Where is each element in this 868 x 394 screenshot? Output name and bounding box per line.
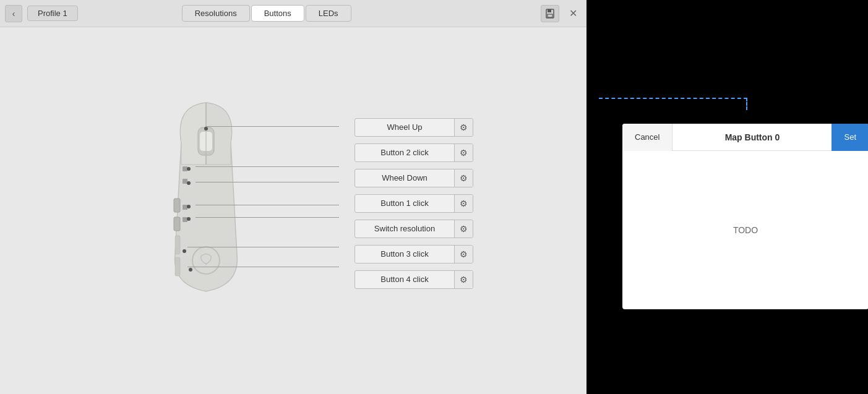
button-row-btn4: Button 4 click ⚙: [355, 268, 473, 291]
svg-rect-8: [175, 236, 180, 254]
titlebar: ‹ Profile 1 Resolutions Buttons LEDs ✕: [0, 0, 587, 27]
dialog-set-button[interactable]: Set: [831, 124, 868, 151]
button-label-btn2: Button 2 click: [355, 148, 454, 157]
dialog-todo-text: TODO: [733, 225, 758, 235]
dialog-header: Cancel Map Button 0 Set: [622, 124, 868, 151]
mouse-diagram: [113, 81, 342, 341]
button-action-btn2: Button 2 click ⚙: [355, 143, 473, 162]
connector-line-2: [196, 166, 339, 167]
dialog-cancel-button[interactable]: Cancel: [622, 124, 672, 151]
svg-rect-9: [175, 257, 180, 276]
dashed-line-horizontal: [599, 98, 747, 99]
tab-resolutions[interactable]: Resolutions: [182, 5, 250, 22]
svg-rect-13: [183, 217, 187, 222]
svg-point-20: [183, 249, 186, 253]
connector-line-4: [196, 205, 339, 205]
button-action-btn1: Button 1 click ⚙: [355, 194, 473, 213]
gear-button-switch-res[interactable]: ⚙: [454, 220, 473, 238]
connector-line-6: [187, 247, 339, 247]
tab-leds[interactable]: LEDs: [306, 5, 351, 22]
button-label-wheel-down: Wheel Down: [355, 173, 454, 182]
svg-rect-11: [183, 179, 187, 184]
svg-point-19: [187, 217, 191, 221]
app-window: ‹ Profile 1 Resolutions Buttons LEDs ✕: [0, 0, 587, 394]
button-list: Wheel Up ⚙ Button 2 click ⚙ Wheel Down ⚙: [355, 116, 473, 293]
button-action-wheel-up: Wheel Up ⚙: [355, 118, 473, 137]
gear-button-wheel-down[interactable]: ⚙: [454, 169, 473, 187]
svg-rect-2: [548, 14, 552, 17]
svg-rect-1: [548, 9, 551, 12]
button-label-switch-res: Switch resolution: [355, 224, 454, 233]
connector-line-7: [187, 267, 339, 267]
button-label-btn1: Button 1 click: [355, 199, 454, 208]
button-action-switch-res: Switch resolution ⚙: [355, 220, 473, 238]
tab-bar: Resolutions Buttons LEDs: [182, 5, 351, 22]
svg-point-15: [204, 127, 208, 131]
svg-point-21: [189, 268, 192, 272]
svg-rect-12: [183, 205, 187, 210]
button-row-btn3: Button 3 click ⚙: [355, 242, 473, 265]
connector-line-3: [196, 182, 339, 182]
tab-buttons[interactable]: Buttons: [251, 5, 304, 22]
svg-rect-7: [174, 217, 180, 231]
button-action-btn3: Button 3 click ⚙: [355, 245, 473, 263]
button-row-btn1: Button 1 click ⚙: [355, 192, 473, 215]
button-row-wheel-down: Wheel Down ⚙: [355, 166, 473, 189]
connector-line-5: [196, 217, 339, 218]
gear-button-btn4[interactable]: ⚙: [454, 270, 473, 289]
connector-line-1: [206, 126, 339, 127]
back-button[interactable]: ‹: [5, 5, 22, 22]
svg-point-17: [187, 181, 191, 185]
svg-rect-6: [174, 199, 180, 212]
gear-button-wheel-up[interactable]: ⚙: [454, 118, 473, 137]
button-label-wheel-up: Wheel Up: [355, 122, 454, 132]
svg-rect-10: [183, 166, 187, 171]
close-button[interactable]: ✕: [564, 5, 582, 22]
map-button-dialog: Cancel Map Button 0 Set TODO: [622, 124, 868, 309]
save-button[interactable]: [541, 5, 559, 22]
button-row-switch-res: Switch resolution ⚙: [355, 217, 473, 240]
svg-point-18: [187, 205, 191, 208]
svg-point-16: [187, 167, 191, 171]
dialog-body: TODO: [622, 151, 868, 309]
button-row-btn2: Button 2 click ⚙: [355, 141, 473, 164]
profile-button[interactable]: Profile 1: [27, 6, 78, 21]
button-action-wheel-down: Wheel Down ⚙: [355, 169, 473, 187]
gear-button-btn1[interactable]: ⚙: [454, 194, 473, 213]
mouse-svg: [144, 93, 268, 328]
button-label-btn3: Button 3 click: [355, 249, 454, 259]
button-label-btn4: Button 4 click: [355, 275, 454, 284]
button-row-wheel-up: Wheel Up ⚙: [355, 116, 473, 139]
dashed-line-vertical: [746, 98, 747, 110]
main-content: Wheel Up ⚙ Button 2 click ⚙ Wheel Down ⚙: [0, 27, 587, 394]
dialog-title: Map Button 0: [672, 132, 831, 142]
gear-button-btn3[interactable]: ⚙: [454, 245, 473, 263]
button-action-btn4: Button 4 click ⚙: [355, 270, 473, 289]
gear-button-btn2[interactable]: ⚙: [454, 143, 473, 162]
